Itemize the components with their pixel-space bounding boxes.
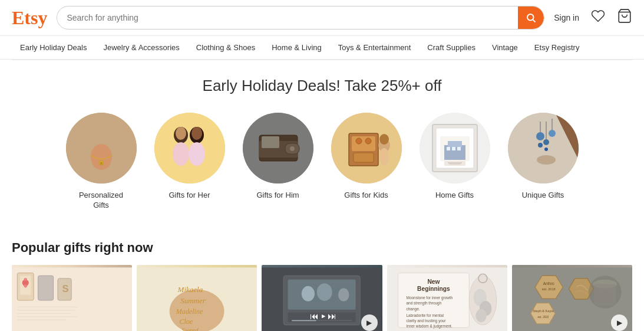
nav-item-7[interactable]: Etsy Registry bbox=[526, 36, 588, 59]
svg-point-45 bbox=[536, 132, 544, 140]
svg-point-27 bbox=[379, 134, 389, 145]
svg-point-24 bbox=[365, 138, 371, 144]
cart-button[interactable] bbox=[617, 8, 632, 27]
nav-item-2[interactable]: Clothing & Shoes bbox=[188, 36, 263, 59]
category-label-personalized: PersonalizedGifts bbox=[79, 191, 123, 211]
nav-item-0[interactable]: Early Holiday Deals bbox=[12, 36, 95, 59]
category-image-gifts-him bbox=[243, 113, 313, 183]
svg-text:Labradorite for mental: Labradorite for mental bbox=[406, 313, 443, 317]
svg-point-13 bbox=[191, 127, 202, 140]
svg-rect-81 bbox=[292, 320, 316, 321]
svg-point-48 bbox=[538, 143, 543, 148]
svg-point-28 bbox=[379, 148, 389, 166]
gift-card-4[interactable]: New Beginnings Moonstone for inner growt… bbox=[387, 265, 507, 331]
svg-point-76 bbox=[317, 283, 332, 301]
svg-line-1 bbox=[533, 19, 536, 22]
popular-title: Popular gifts right now bbox=[12, 240, 632, 255]
svg-text:⏮ ▶ ⏭: ⏮ ▶ ⏭ bbox=[310, 311, 336, 320]
svg-text:Madeline: Madeline bbox=[176, 307, 203, 316]
category-image-gifts-kids bbox=[331, 113, 402, 183]
svg-text:inner wisdom & judgement.: inner wisdom & judgement. bbox=[406, 324, 452, 329]
svg-text:clarity and trusting your: clarity and trusting your bbox=[406, 319, 446, 323]
svg-rect-35 bbox=[447, 147, 450, 150]
nav-item-4[interactable]: Toys & Entertainment bbox=[330, 36, 420, 59]
svg-text:Mikaela: Mikaela bbox=[177, 285, 203, 294]
wishlist-button[interactable] bbox=[591, 9, 605, 27]
header-actions: Sign in bbox=[554, 8, 632, 27]
svg-point-18 bbox=[290, 146, 295, 151]
category-gifts-kids[interactable]: Gifts for Kids bbox=[331, 113, 402, 211]
svg-point-0 bbox=[527, 14, 534, 21]
search-bar bbox=[57, 6, 544, 30]
svg-text:Summer: Summer bbox=[180, 296, 206, 304]
category-label-gifts-her: Gifts for Her bbox=[169, 191, 210, 201]
category-gifts-her[interactable]: Gifts for Her bbox=[154, 113, 225, 211]
nav-item-1[interactable]: Jewelry & Accessories bbox=[95, 36, 187, 59]
svg-text:and strength through: and strength through bbox=[406, 301, 441, 306]
svg-text:New: New bbox=[427, 278, 440, 285]
category-unique-gifts[interactable]: Unique Gifts bbox=[508, 113, 579, 211]
category-image-gifts-her bbox=[154, 113, 225, 183]
play-button-5[interactable]: ▶ bbox=[611, 314, 628, 331]
search-button[interactable] bbox=[518, 6, 544, 30]
etsy-logo[interactable]: Etsy bbox=[12, 7, 47, 29]
svg-rect-22 bbox=[352, 136, 375, 151]
sign-in-link[interactable]: Sign in bbox=[554, 13, 579, 22]
hero-title: Early Holiday Deals! Take 25%+ off bbox=[203, 77, 442, 94]
svg-point-10 bbox=[176, 127, 186, 140]
svg-point-9 bbox=[173, 142, 189, 166]
svg-rect-37 bbox=[457, 147, 461, 150]
hero-banner: Early Holiday Deals! Take 25%+ off bbox=[0, 60, 644, 107]
gift-cards-row: S Mikaela Summer Madeline Cloe Sweed... bbox=[12, 265, 632, 331]
play-button-3[interactable]: ▶ bbox=[361, 314, 378, 331]
category-label-gifts-him: Gifts for Him bbox=[256, 191, 299, 201]
gift-card-2[interactable]: Mikaela Summer Madeline Cloe Sweed... bbox=[137, 265, 257, 331]
nav-item-6[interactable]: Vintage bbox=[484, 36, 526, 59]
category-image-unique-gifts bbox=[508, 113, 579, 183]
svg-point-49 bbox=[544, 148, 548, 151]
svg-point-77 bbox=[338, 288, 349, 301]
gift-card-1[interactable]: S bbox=[12, 265, 132, 331]
nav-item-5[interactable]: Craft Supplies bbox=[419, 36, 484, 59]
category-label-home-gifts: Home Gifts bbox=[435, 191, 474, 201]
svg-rect-19 bbox=[262, 136, 279, 148]
gift-card-3[interactable]: ⏮ ▶ ⏭ ▶ bbox=[262, 265, 382, 331]
svg-point-55 bbox=[24, 278, 27, 281]
category-label-unique-gifts: Unique Gifts bbox=[522, 191, 564, 201]
svg-rect-34 bbox=[448, 141, 462, 147]
nav-item-3[interactable]: Home & Living bbox=[263, 36, 330, 59]
svg-text:R: R bbox=[100, 162, 103, 165]
svg-text:Steph & Kayla: Steph & Kayla bbox=[533, 309, 554, 313]
category-label-gifts-kids: Gifts for Kids bbox=[344, 191, 388, 201]
svg-point-50 bbox=[537, 155, 556, 165]
svg-point-23 bbox=[356, 138, 362, 144]
svg-rect-25 bbox=[354, 153, 374, 162]
svg-text:est. 2018: est. 2018 bbox=[542, 287, 556, 291]
category-image-home-gifts bbox=[420, 113, 490, 183]
svg-point-47 bbox=[549, 130, 556, 137]
svg-point-96 bbox=[475, 309, 487, 322]
svg-rect-36 bbox=[452, 147, 455, 150]
svg-text:est. 2022: est. 2022 bbox=[537, 315, 549, 318]
svg-rect-107 bbox=[594, 284, 616, 306]
popular-gifts-section: Popular gifts right now S bbox=[0, 228, 644, 331]
svg-text:Anthro: Anthro bbox=[543, 281, 554, 286]
categories-section: R PersonalizedGifts Gifts for Her bbox=[0, 107, 644, 228]
svg-point-75 bbox=[302, 286, 315, 301]
search-input[interactable] bbox=[57, 13, 518, 22]
svg-point-12 bbox=[189, 142, 205, 166]
category-image-personalized: R bbox=[66, 113, 137, 183]
header: Etsy Sign in bbox=[0, 0, 644, 36]
gift-card-5[interactable]: Anthro est. 2018 Steph & Kayla est. 2022… bbox=[512, 265, 632, 331]
category-gifts-him[interactable]: Gifts for Him bbox=[243, 113, 313, 211]
svg-text:Beginnings: Beginnings bbox=[417, 286, 450, 292]
category-personalized[interactable]: R PersonalizedGifts bbox=[66, 113, 137, 211]
svg-text:Moonstone for inner growth: Moonstone for inner growth bbox=[406, 296, 453, 300]
heart-icon bbox=[591, 9, 605, 23]
svg-rect-38 bbox=[444, 161, 465, 166]
navigation-bar: Early Holiday DealsJewelry & Accessories… bbox=[0, 36, 644, 60]
svg-text:Cloe: Cloe bbox=[180, 317, 193, 326]
svg-text:change.: change. bbox=[406, 306, 420, 311]
category-home-gifts[interactable]: Home Gifts bbox=[420, 113, 490, 211]
svg-text:S: S bbox=[62, 283, 68, 294]
